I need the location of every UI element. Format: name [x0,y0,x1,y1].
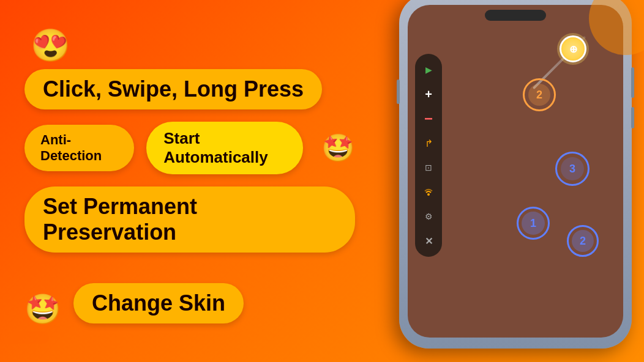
tp-white-label: ⊕ [569,43,577,55]
phone-screen: ⊕ 2 3 1 2 ▶ + − ↱ [408,5,623,338]
toolbar-wifi-btn[interactable] [417,181,440,203]
tp-blue-3-label: 3 [569,163,575,175]
start-auto-pill[interactable]: Start Automatically [146,122,303,174]
tp-blue-2b-label: 2 [580,235,586,248]
toolbar-square-btn[interactable]: ⊡ [417,157,440,179]
phone-notch [485,10,546,21]
svg-point-0 [427,193,430,196]
phone-body: ⊕ 2 3 1 2 ▶ + − ↱ [399,0,632,349]
emoji-top: 😍 [31,27,355,64]
preservation-pill: Set Permanent Preservation [24,187,355,253]
toolbar-play-btn[interactable]: ▶ [417,59,440,81]
toolbar-close-btn[interactable]: ✕ [417,230,440,252]
touch-point-blue-2b[interactable]: 2 [567,225,599,257]
toolbar-minus-btn[interactable]: − [417,108,440,130]
main-label-pill: Click, Swipe, Long Press [24,69,322,109]
deco-bottom-left [0,331,49,344]
power-button [631,67,634,98]
bottom-row: 🤩 Change Skin [24,283,355,336]
volume-button [631,107,634,128]
middle-row: Anti-Detection Start Automatically 🤩 [24,122,355,174]
touch-point-blue-1[interactable]: 1 [517,207,550,240]
tp-blue-1-label: 1 [530,217,536,230]
change-skin-pill[interactable]: Change Skin [73,283,244,323]
toolbar-arrow-btn[interactable]: ↱ [417,132,440,154]
preservation-text: Set Permanent Preservation [43,194,337,245]
touch-point-orange-2[interactable]: 2 [523,78,556,111]
volume-left-button [397,79,400,104]
emoji-bottom: 🤩 [24,292,61,327]
change-skin-text: Change Skin [92,290,225,316]
toolbar-gear-btn[interactable]: ⚙ [417,205,440,227]
phone-toolbar: ▶ + − ↱ ⊡ ⚙ ✕ [415,54,442,257]
left-section: 😍 Click, Swipe, Long Press Anti-Detectio… [0,0,380,362]
touch-point-blue-3[interactable]: 3 [555,152,590,186]
anti-detection-text: Anti-Detection [40,132,118,164]
emoji-mid: 🤩 [321,132,355,164]
touch-point-white[interactable]: ⊕ [560,35,586,62]
main-label-text: Click, Swipe, Long Press [43,76,304,102]
anti-detection-pill: Anti-Detection [24,125,134,171]
preservation-row: Set Permanent Preservation [24,187,355,265]
phone-container: ⊕ 2 3 1 2 ▶ + − ↱ [375,0,644,362]
tp-orange-2-label: 2 [536,89,542,102]
toolbar-plus-btn[interactable]: + [417,83,440,105]
start-auto-text: Start Automatically [163,129,286,167]
